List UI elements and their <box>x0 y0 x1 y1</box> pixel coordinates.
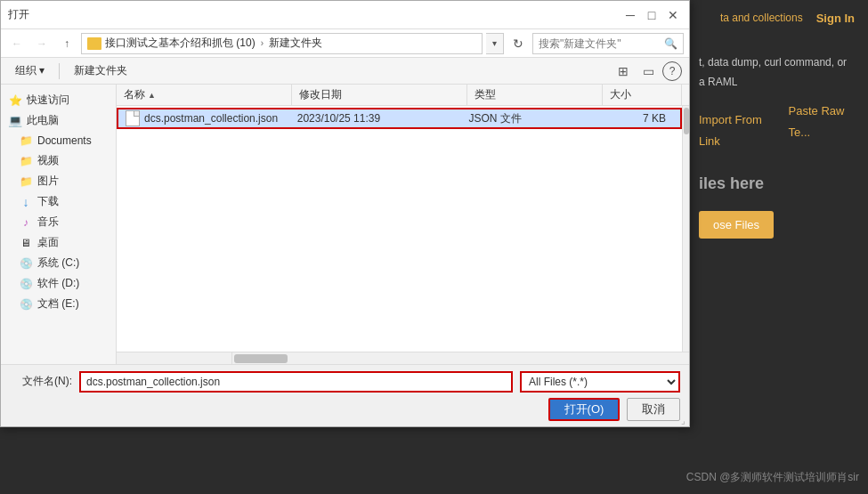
sidebar-item-drive-d[interactable]: 💿 软件 (D:) <box>1 273 116 294</box>
filename-row: 文件名(N): All Files (*.*) JSON Files (*.js… <box>10 371 680 393</box>
view-icon-btn[interactable]: ⊞ <box>612 61 634 81</box>
col-header-type[interactable]: 类型 <box>467 85 603 105</box>
sidebar-item-music[interactable]: ♪ 音乐 <box>1 212 116 232</box>
folder-videos-icon: 📁 <box>19 154 33 168</box>
toolbar-right: ⊞ ▭ ? <box>612 61 682 81</box>
buttons-row: 打开(O) 取消 <box>10 398 680 421</box>
vscroll-thumb <box>684 108 689 134</box>
hscroll-sidebar-spacer <box>117 352 232 364</box>
json-file-icon <box>126 110 140 126</box>
refresh-btn[interactable]: ↻ <box>507 33 529 54</box>
file-name-text: dcs.postman_collection.json <box>144 112 278 125</box>
col-header-size[interactable]: 大小 <box>603 85 682 105</box>
star-icon: ⭐ <box>8 93 22 108</box>
postman-paste-link[interactable]: Paste Raw Te... <box>789 101 855 151</box>
file-item-json[interactable]: dcs.postman_collection.json 2023/10/25 1… <box>117 108 682 129</box>
postman-content-area: t, data dump, curl command, or a RAML Im… <box>685 36 868 256</box>
cancel-btn[interactable]: 取消 <box>627 398 680 421</box>
dialog-titlebar: 打开 ─ □ ✕ <box>1 1 689 29</box>
col-header-date[interactable]: 修改日期 <box>292 85 467 105</box>
hscroll-bar <box>117 352 689 364</box>
folder-docs-icon: 📁 <box>19 134 33 148</box>
address-part-1: 接口测试之基本介绍和抓包 (10) <box>105 36 256 51</box>
dialog-body: ⭐ 快速访问 💻 此电脑 📁 Documents 📁 视频 📁 图片 ↓ 下 <box>1 85 689 364</box>
address-dropdown[interactable]: ▾ <box>486 33 504 54</box>
hscroll-thumb <box>234 354 288 363</box>
col-header-name[interactable]: 名称 ▲ <box>117 85 292 105</box>
folder-icon <box>87 37 101 50</box>
filelist-header: 名称 ▲ 修改日期 类型 大小 <box>117 85 689 106</box>
pc-icon: 💻 <box>8 114 22 128</box>
drive-c-icon: 💿 <box>19 256 33 271</box>
new-folder-btn[interactable]: 新建文件夹 <box>67 61 134 81</box>
open-btn[interactable]: 打开(O) <box>548 398 620 421</box>
sidebar-label-music: 音乐 <box>37 215 59 230</box>
postman-drop-area: iles here <box>699 169 855 198</box>
back-btn[interactable]: ← <box>6 33 28 54</box>
sidebar-label-desktop: 桌面 <box>37 235 59 250</box>
help-btn[interactable]: ? <box>662 61 682 81</box>
sidebar-item-videos[interactable]: 📁 视频 <box>1 150 116 171</box>
postman-import-link[interactable]: Import From Link <box>699 109 771 151</box>
file-date-cell: 2023/10/25 11:39 <box>297 112 469 125</box>
file-name-cell: dcs.postman_collection.json <box>126 110 297 126</box>
sidebar-item-quick-access[interactable]: ⭐ 快速访问 <box>1 90 116 110</box>
vscroll-body[interactable] <box>682 106 689 352</box>
maximize-btn[interactable]: □ <box>643 6 661 24</box>
search-box[interactable]: 🔍 <box>532 33 684 54</box>
search-icon: 🔍 <box>664 37 677 50</box>
sidebar-item-drive-e[interactable]: 💿 文档 (E:) <box>1 294 116 314</box>
postman-signin-btn[interactable]: Sign In <box>816 12 855 25</box>
drive-e-icon: 💿 <box>19 297 33 312</box>
download-icon: ↓ <box>19 195 33 209</box>
sidebar-label-downloads: 下载 <box>37 194 59 209</box>
filename-input[interactable] <box>79 371 513 393</box>
postman-topbar: ta and collections Sign In <box>685 0 868 36</box>
dialog-toolbar: 组织 ▾ 新建文件夹 ⊞ ▭ ? <box>1 58 689 85</box>
postman-description: t, data dump, curl command, or a RAML <box>699 53 855 92</box>
file-type-cell: JSON 文件 <box>468 111 597 126</box>
file-dialog: 打开 ─ □ ✕ ← → ↑ 接口测试之基本介绍和抓包 (10) › 新建文件夹… <box>0 0 690 427</box>
minimize-btn[interactable]: ─ <box>621 6 639 24</box>
dialog-filelist: 名称 ▲ 修改日期 类型 大小 <box>117 85 689 364</box>
postman-choose-files-btn[interactable]: ose Files <box>699 211 774 239</box>
sidebar-item-pictures[interactable]: 📁 图片 <box>1 171 116 191</box>
hscroll-track[interactable] <box>232 352 689 364</box>
sidebar-item-downloads[interactable]: ↓ 下载 <box>1 191 116 212</box>
filename-input-wrapper <box>79 371 513 393</box>
sidebar-item-this-pc[interactable]: 💻 此电脑 <box>1 110 116 131</box>
drive-d-icon: 💿 <box>19 277 33 291</box>
sidebar-item-desktop[interactable]: 🖥 桌面 <box>1 232 116 253</box>
postman-right-panel: ta and collections Sign In t, data dump,… <box>685 0 868 494</box>
folder-pictures-icon: 📁 <box>19 174 33 189</box>
filename-label: 文件名(N): <box>10 374 72 389</box>
sidebar-label-drive-c: 系统 (C:) <box>37 255 79 271</box>
desktop-icon: 🖥 <box>19 236 33 250</box>
sort-icon: ▲ <box>148 91 156 100</box>
sidebar-label-this-pc: 此电脑 <box>27 113 59 128</box>
panel-icon-btn[interactable]: ▭ <box>637 61 659 81</box>
resize-handle[interactable]: ⌟ <box>677 414 689 426</box>
forward-btn[interactable]: → <box>31 33 53 54</box>
sidebar-item-drive-c[interactable]: 💿 系统 (C:) <box>1 253 116 273</box>
dialog-bottombar: 文件名(N): All Files (*.*) JSON Files (*.js… <box>1 364 689 426</box>
sidebar-item-documents[interactable]: 📁 Documents <box>1 131 116 150</box>
organize-btn[interactable]: 组织 ▾ <box>8 61 52 81</box>
dialog-addressbar: ← → ↑ 接口测试之基本介绍和抓包 (10) › 新建文件夹 ▾ ↻ 🔍 <box>1 29 689 58</box>
file-size-cell: 7 KB <box>597 112 673 125</box>
sidebar-label-drive-e: 文档 (E:) <box>37 296 79 312</box>
address-part-2: 新建文件夹 <box>269 36 322 51</box>
postman-collections-link[interactable]: ta and collections <box>720 12 803 24</box>
music-icon: ♪ <box>19 215 33 230</box>
search-input[interactable] <box>539 37 661 50</box>
sidebar-label-drive-d: 软件 (D:) <box>37 276 79 291</box>
filetype-select[interactable]: All Files (*.*) JSON Files (*.json) <box>520 371 680 393</box>
dialog-sidebar: ⭐ 快速访问 💻 此电脑 📁 Documents 📁 视频 📁 图片 ↓ 下 <box>1 85 117 364</box>
toolbar-separator <box>59 63 60 79</box>
close-btn[interactable]: ✕ <box>664 6 682 24</box>
sidebar-label-pictures: 图片 <box>37 174 59 189</box>
address-path[interactable]: 接口测试之基本介绍和抓包 (10) › 新建文件夹 <box>81 33 483 54</box>
up-btn[interactable]: ↑ <box>56 33 77 54</box>
filelist-items: dcs.postman_collection.json 2023/10/25 1… <box>117 106 682 352</box>
titlebar-controls: ─ □ ✕ <box>621 6 682 24</box>
